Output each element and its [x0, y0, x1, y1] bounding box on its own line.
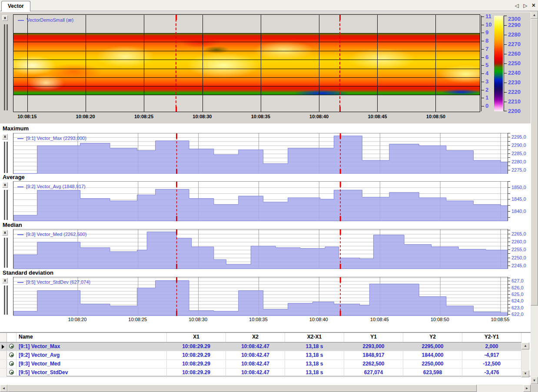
cursor-accent [340, 216, 341, 221]
eye-pupil-icon [11, 372, 13, 373]
legend-dash-icon [17, 282, 23, 283]
colorbar-label: 2200 [508, 108, 521, 114]
measurement-cursor-1[interactable] [176, 15, 176, 112]
chart-plot-median[interactable] [13, 229, 508, 269]
chart-splitter-grip[interactable] [4, 190, 5, 220]
table-body: [9:1] Vector_Max10:08:29.2910:08:42.4713… [0, 342, 531, 377]
table-scroll-up-icon[interactable]: ▲ [521, 342, 529, 349]
row-eye-cell [7, 369, 17, 377]
legend-label: [9:2] Vector_Avg (1848,917) [26, 184, 86, 189]
heatmap-time-gridline [319, 15, 319, 112]
row-y1: 2293,000 [344, 342, 403, 351]
chart-splitter-grip[interactable] [7, 142, 8, 173]
chart-y-axis-average: 1850,01845,01840,0 [508, 181, 530, 221]
row-y1: 1848,917 [344, 351, 403, 359]
scroll-right-icon[interactable]: ► [523, 385, 531, 392]
row-x2: 10:08:42.47 [226, 351, 285, 359]
tab-scroll-right-icon[interactable]: ▷ [523, 3, 527, 9]
row-y2: 2295,000 [403, 342, 462, 351]
heatmap-splitter-grip[interactable] [4, 24, 5, 110]
heatmap-y-label: 9 [485, 29, 488, 36]
y-tick [508, 301, 510, 301]
chart-splitter-grip[interactable] [7, 286, 8, 315]
table-row[interactable]: [9:5] Vector_StdDev10:08:29.2910:08:42.4… [0, 369, 521, 377]
table-header-x2[interactable]: X2 [226, 333, 285, 342]
y-axis-label: 2280,0 [511, 159, 526, 164]
vertical-scrollbar[interactable]: ▲ ▼ [531, 11, 538, 384]
section-title-maximum: Maximum [3, 125, 29, 132]
scroll-up-icon[interactable]: ▲ [531, 11, 538, 19]
cursor-accent [176, 133, 177, 139]
y-tick [508, 145, 510, 146]
heatmap-y-label: 8 [485, 37, 488, 44]
horizontal-scrollbar[interactable]: ◄ ► [0, 385, 531, 392]
table-header-y2y1[interactable]: Y2-Y1 [462, 333, 521, 342]
tab-scroll-left-icon[interactable]: ◁ [515, 3, 519, 9]
y-tick [508, 294, 510, 295]
table-row[interactable]: [9:3] Vector_Med10:08:29.2910:08:42.4713… [0, 360, 521, 369]
visibility-eye-icon[interactable] [9, 370, 14, 375]
scroll-left-icon[interactable]: ◄ [0, 385, 7, 392]
heatmap-plot[interactable]: VectorDemoSmall (æ) [13, 14, 480, 112]
y-tick [508, 288, 510, 288]
y-tick [508, 314, 510, 315]
chart-plot-maximum[interactable] [13, 133, 508, 174]
chart-y-axis-median: 2265,02260,02255,02250,02245,0 [508, 229, 530, 269]
measurement-cursor-2[interactable] [339, 15, 340, 112]
table-header-name[interactable]: Name [17, 333, 167, 342]
section-median: Median x[9:3] Vector_Med (2262,500)2265,… [0, 222, 538, 269]
heatmap-time-label: 10:08:20 [76, 114, 95, 119]
scroll-down-icon[interactable]: ▼ [531, 377, 538, 384]
visibility-eye-icon[interactable] [9, 352, 14, 357]
table-header-y2[interactable]: Y2 [403, 333, 462, 342]
y-tick [508, 262, 510, 262]
chart-splitter-grip[interactable] [4, 142, 5, 173]
heatmap-colorbar [494, 16, 503, 111]
heatmap-time-axis: 10:08:1510:08:2010:08:2510:08:3010:08:35… [13, 114, 480, 123]
table-scroll-down-icon[interactable]: ▼ [521, 370, 529, 377]
row-x2: 10:08:42.47 [226, 369, 285, 377]
y-axis-label: 622,0 [511, 312, 524, 317]
tab-close-icon[interactable]: × [532, 2, 535, 9]
chart-close-button[interactable]: x [2, 182, 8, 188]
table-header-x2x1[interactable]: X2-X1 [285, 333, 344, 342]
heatmap-y-tick [482, 106, 484, 106]
y-axis-label: 1840,0 [511, 209, 526, 214]
y-axis-label: 2245,0 [511, 263, 526, 268]
row-gutter [0, 360, 7, 368]
colorbar-tick [504, 102, 507, 102]
heatmap-time-gridline [435, 15, 436, 112]
chart-close-button[interactable]: x [2, 278, 8, 283]
chart-close-button[interactable]: x [2, 230, 8, 236]
heatmap-time-gridline [261, 15, 261, 112]
horizontal-scroll-thumb[interactable] [7, 385, 477, 392]
table-row[interactable]: [9:2] Vector_Avg10:08:29.2910:08:42.4713… [0, 351, 521, 360]
heatmap-splitter-grip[interactable] [7, 24, 8, 110]
colorbar-label: 2280 [508, 31, 521, 38]
table-scrollbar[interactable]: ▲ ▼ [521, 342, 529, 377]
stddev-time-label: 10:08:45 [370, 317, 389, 322]
chart-splitter-grip[interactable] [4, 286, 5, 315]
chart-plot-average[interactable] [13, 181, 508, 221]
visibility-eye-icon[interactable] [9, 361, 14, 366]
colorbar-label: 2260 [508, 50, 521, 57]
table-header-x1[interactable]: X1 [167, 333, 226, 342]
chart-close-button[interactable]: x [2, 134, 8, 140]
visibility-eye-icon[interactable] [9, 344, 14, 349]
tab-vector[interactable]: Vector [1, 1, 30, 11]
heatmap-time-gridline [27, 15, 28, 112]
chart-splitter-grip[interactable] [7, 238, 8, 268]
heatmap-close-button[interactable]: x [2, 15, 8, 21]
chart-splitter-grip[interactable] [4, 238, 5, 268]
cursor-top-accent [176, 15, 177, 20]
stddev-time-axis: 10:08:2010:08:2510:08:3010:08:3510:08:40… [13, 317, 508, 325]
chart-splitter-grip[interactable] [7, 190, 8, 220]
vertical-scroll-thumb[interactable] [531, 19, 538, 306]
table-header-y1[interactable]: Y1 [344, 333, 403, 342]
y-axis-label: 2250,0 [511, 255, 526, 260]
row-x2: 10:08:42.47 [226, 342, 285, 351]
row-y2: 2250,000 [403, 360, 462, 368]
table-row[interactable]: [9:1] Vector_Max10:08:29.2910:08:42.4713… [0, 342, 521, 351]
heatmap-y-tick [482, 98, 484, 98]
y-tick [508, 170, 510, 170]
